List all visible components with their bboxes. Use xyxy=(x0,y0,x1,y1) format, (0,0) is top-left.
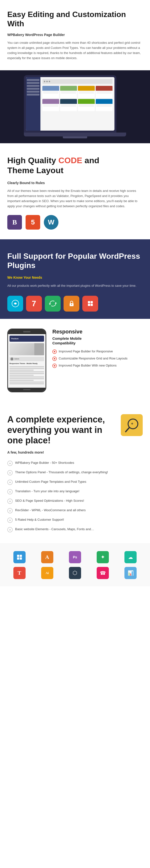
experience-item-8: + Basic website Elements - Carousels, Ma… xyxy=(7,527,143,532)
section-responsive: Thulium Admin Responsive Theme - Mobile … xyxy=(0,319,150,402)
feature-item-2: Customizable Responsive Grid and Row Lay… xyxy=(52,356,143,361)
svg-rect-13 xyxy=(17,557,19,560)
phone-text-line xyxy=(9,383,44,384)
code-description: All of our themes have been reviewed by … xyxy=(7,188,143,209)
grid-icon xyxy=(82,296,98,312)
plugins-description: All our products work perfectly with all… xyxy=(7,283,143,288)
lock-icon xyxy=(64,296,80,312)
bootstrap-icon: B xyxy=(7,215,22,229)
svg-rect-12 xyxy=(20,555,22,557)
phone-logo: Thulium xyxy=(11,338,19,340)
phone-text-line xyxy=(9,371,44,372)
bottom-icon-cloud: ☁ xyxy=(124,551,137,563)
topbar-dot xyxy=(44,81,45,82)
experience-item-5: + SEO & Page Speed Optimizations - High … xyxy=(7,498,143,504)
feature-item-1: Improved Page Builder for Responsive xyxy=(52,349,143,354)
experience-item-text-6: RevSlider - WPML - WooCommerce and all o… xyxy=(15,508,86,513)
experience-item-text-3: Unlimited Custom Page Templates and Post… xyxy=(15,479,86,484)
code-subtitle: Clearly Bound to Rules xyxy=(7,180,143,186)
laptop-mockup xyxy=(24,75,116,132)
section-plugins: Full Support for Popular WordPress Plugi… xyxy=(0,239,150,319)
svg-rect-4 xyxy=(91,301,93,303)
phone-header: Thulium xyxy=(9,336,44,342)
editing-subtitle: WPBakery WordPress Page Builder xyxy=(7,32,143,37)
laptop-card xyxy=(60,86,77,98)
plus-circle-icon-1: + xyxy=(7,461,13,466)
phone-notch-dot xyxy=(23,331,30,333)
experience-item-3: + Unlimited Custom Page Templates and Po… xyxy=(7,479,143,485)
laptop-card xyxy=(42,86,59,98)
phone-notch xyxy=(8,329,46,334)
hand-icon: + xyxy=(121,414,143,436)
few-more: A few, hundreds more! xyxy=(7,451,143,454)
sidebar-item xyxy=(27,79,39,81)
phone-text-line xyxy=(9,368,44,369)
phone-text-line-short xyxy=(9,370,34,371)
phone-text-line xyxy=(9,381,44,382)
experience-item-text-7: 5 Rated Help & Customer Support! xyxy=(15,517,64,522)
laptop-base xyxy=(24,132,126,136)
laptop-card xyxy=(96,99,113,111)
laptop-card xyxy=(78,99,95,111)
experience-item-7: + 5 Rated Help & Customer Support! xyxy=(7,517,143,523)
sidebar-item xyxy=(27,94,39,96)
phone-text-line xyxy=(9,366,44,367)
bottom-icon-photoshop: Ps xyxy=(69,551,81,563)
tech-icons: B 5 W xyxy=(7,215,143,229)
section-bottom-icons: A Ps ✦ ☁ T Ai ⬡ ☎ 📊 xyxy=(0,544,150,586)
experience-item-2: + Theme Options Panel - Thousands of set… xyxy=(7,470,143,475)
laptop-content-grid xyxy=(42,86,113,111)
topbar-dot xyxy=(46,81,48,82)
sidebar-item xyxy=(27,85,39,87)
feature-item-3: Improved Page Builder With new Options xyxy=(52,363,143,368)
phone-text-line xyxy=(9,378,44,379)
experience-item-6: + RevSlider - WPML - WooCommerce and all… xyxy=(7,508,143,514)
section-code: High Quality CODE andTheme Layout Clearl… xyxy=(0,143,150,239)
laptop-main xyxy=(40,77,115,131)
svg-rect-5 xyxy=(88,304,90,306)
topbar-dot xyxy=(49,81,50,82)
plus-circle-icon-7: + xyxy=(7,518,13,523)
sidebar-item xyxy=(27,88,39,90)
seven-icon: 7 xyxy=(26,296,42,312)
feature-check-icon xyxy=(52,364,57,368)
experience-item-text-4: Translation - Turn your site into any la… xyxy=(15,489,80,494)
experience-item-text-1: WPBakery Page Builder - 50+ Shortcodes xyxy=(15,460,74,465)
sidebar-item xyxy=(27,91,39,93)
bottom-icon-illustrator: Ai xyxy=(41,567,53,579)
plugin-icons: 7 xyxy=(7,296,143,312)
responsive-subtitle: Complete MobileCompatibility xyxy=(52,336,143,346)
code-title: High Quality CODE andTheme Layout xyxy=(7,155,143,175)
phone-text-line xyxy=(9,373,44,374)
code-title-part1: High Quality xyxy=(7,156,58,165)
phone-text-line xyxy=(9,376,44,377)
experience-item-1: + WPBakery Page Builder - 50+ Shortcodes xyxy=(7,460,143,466)
phone-text-line-short xyxy=(9,380,34,381)
laptop-card xyxy=(42,99,59,111)
svg-point-2 xyxy=(71,304,72,305)
svg-rect-3 xyxy=(88,301,90,303)
plugins-subtitle: We Know Your Needs xyxy=(7,275,143,280)
plus-circle-icon-2: + xyxy=(7,470,13,475)
phone-home-bar xyxy=(8,388,46,392)
svg-rect-14 xyxy=(20,557,22,560)
experience-item-text-2: Theme Options Panel - Thousands of setti… xyxy=(15,470,108,475)
bottom-icon-type: T xyxy=(13,567,26,579)
experience-item-text-5: SEO & Page Speed Optimizations - High Sc… xyxy=(15,498,84,503)
bottom-icon-hex: ⬡ xyxy=(69,567,81,579)
phone-hero-left xyxy=(9,343,34,355)
laptop-card xyxy=(60,99,77,111)
plus-circle-icon-5: + xyxy=(7,499,13,504)
bottom-icons-grid: A Ps ✦ ☁ T Ai ⬡ ☎ 📊 xyxy=(7,551,143,579)
responsive-content: Responsive Complete MobileCompatibility … xyxy=(52,329,143,370)
phone-mockup: Thulium Admin Responsive Theme - Mobile … xyxy=(7,329,46,392)
phone-blog-title: Responsive Theme - Mobile Ready xyxy=(9,362,44,365)
bottom-icon-star: ✦ xyxy=(97,551,109,563)
code-title-highlight: CODE xyxy=(58,156,82,165)
laptop-stand xyxy=(63,136,87,138)
experience-item-4: + Translation - Turn your site into any … xyxy=(7,489,143,494)
svg-rect-11 xyxy=(17,555,19,557)
sidebar-item xyxy=(27,82,39,84)
phone-hero-right xyxy=(34,343,44,355)
phone-text-lines xyxy=(9,366,44,385)
